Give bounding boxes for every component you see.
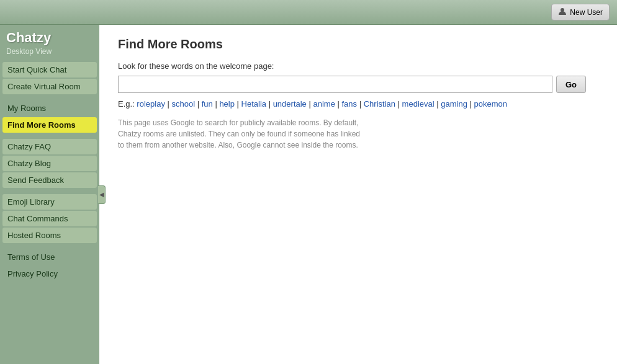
sidebar-item-emoji-library[interactable]: Emoji Library <box>2 194 97 210</box>
example-fans[interactable]: fans <box>342 99 358 109</box>
info-text: This page uses Google to search for publ… <box>118 117 366 151</box>
example-christian[interactable]: Christian <box>364 99 395 109</box>
sidebar-item-my-rooms[interactable]: My Rooms <box>2 100 97 116</box>
example-anime[interactable]: anime <box>313 99 335 109</box>
sidebar-item-find-more-rooms[interactable]: Find More Rooms <box>2 117 97 133</box>
topbar: New User <box>0 0 617 25</box>
example-help[interactable]: help <box>219 99 235 109</box>
example-gaming[interactable]: gaming <box>441 99 467 109</box>
search-input[interactable] <box>118 76 552 93</box>
example-school[interactable]: school <box>172 99 196 109</box>
main-layout: Chatzy Desktop View Start Quick Chat Cre… <box>0 25 617 364</box>
example-undertale[interactable]: undertale <box>273 99 307 109</box>
user-icon <box>558 7 567 17</box>
sidebar-item-start-quick-chat[interactable]: Start Quick Chat <box>2 62 97 78</box>
example-fun[interactable]: fun <box>202 99 213 109</box>
collapse-sidebar-tab[interactable]: ◀ <box>98 185 106 204</box>
page-title: Find More Rooms <box>118 37 598 51</box>
app-logo: Chatzy <box>2 30 97 46</box>
sidebar-item-create-virtual-room[interactable]: Create Virtual Room <box>2 79 97 94</box>
sidebar-item-privacy-policy[interactable]: Privacy Policy <box>2 266 97 282</box>
new-user-label: New User <box>570 8 603 17</box>
examples-prefix: E.g.: <box>118 99 137 109</box>
sidebar-item-chatzy-blog[interactable]: Chatzy Blog <box>2 156 97 171</box>
sidebar-item-chatzy-faq[interactable]: Chatzy FAQ <box>2 139 97 154</box>
examples-row: E.g.: roleplay | school | fun | help | H… <box>118 99 598 109</box>
example-pokemon[interactable]: pokemon <box>474 99 507 109</box>
go-button[interactable]: Go <box>556 76 586 93</box>
sidebar-item-hosted-rooms[interactable]: Hosted Rooms <box>2 228 97 243</box>
sidebar: Chatzy Desktop View Start Quick Chat Cre… <box>0 25 99 364</box>
example-medieval[interactable]: medieval <box>402 99 435 109</box>
sidebar-item-send-feedback[interactable]: Send Feedback <box>2 172 97 188</box>
sidebar-item-chat-commands[interactable]: Chat Commands <box>2 211 97 226</box>
example-hetalia[interactable]: Hetalia <box>241 99 266 109</box>
desktop-view-label: Desktop View <box>2 47 97 56</box>
sidebar-item-terms-of-use[interactable]: Terms of Use <box>2 249 97 265</box>
search-row: Go <box>118 76 598 93</box>
search-label: Look for these words on the welcome page… <box>118 61 598 71</box>
main-content: Find More Rooms Look for these words on … <box>99 25 617 364</box>
example-roleplay[interactable]: roleplay <box>137 99 165 109</box>
new-user-button[interactable]: New User <box>551 4 610 20</box>
